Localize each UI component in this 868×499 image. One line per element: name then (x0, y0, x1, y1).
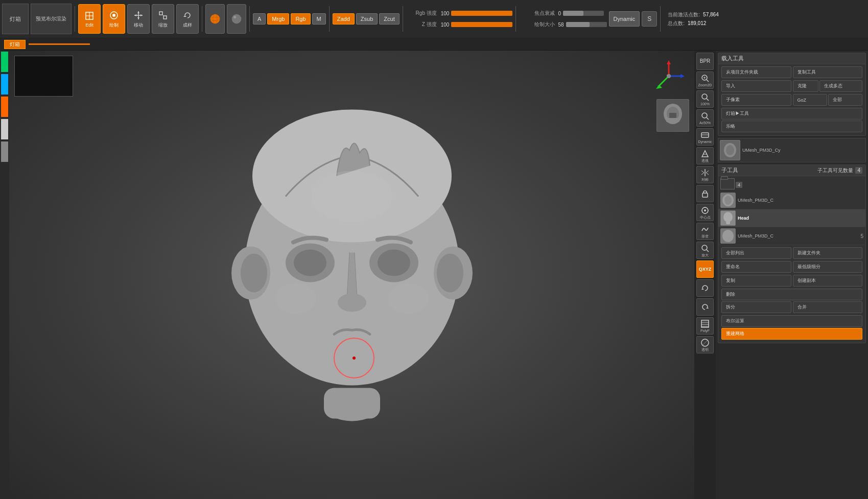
lightbox-tools-btn[interactable]: 灯箱▶工具 (721, 108, 862, 120)
scale-btn[interactable]: 缩放 (152, 4, 174, 34)
zoom100-btn[interactable]: 100% (696, 90, 714, 108)
sphere-btn[interactable] (205, 4, 225, 34)
lowest-subdiv-btn[interactable]: 最低级细分 (793, 261, 863, 273)
import-btn[interactable]: 导入 (721, 80, 791, 92)
xyz-btn[interactable]: QXYZ (696, 260, 714, 278)
subtool-item-1[interactable]: UMesh_PM3D_C (718, 192, 865, 209)
viewport[interactable] (9, 51, 694, 499)
focal-label: 焦点衰减 (519, 10, 555, 17)
z-intensity-track[interactable] (451, 22, 512, 27)
color-swatch-orange[interactable] (1, 97, 8, 117)
goz-btn[interactable]: GoZ (793, 94, 827, 106)
svg-marker-70 (706, 307, 709, 308)
ac50-btn[interactable]: Ac50% (696, 109, 714, 127)
new-folder-btn[interactable]: 新建文件夹 (793, 247, 863, 259)
svg-line-52 (707, 99, 709, 101)
svg-marker-57 (702, 151, 708, 157)
merge-btn[interactable]: 合并 (793, 301, 863, 313)
m-btn[interactable]: M (312, 13, 326, 25)
duplicate-btn[interactable]: 复制 (721, 275, 791, 287)
deformation-btn[interactable]: 形变 (696, 223, 714, 240)
transparency-btn[interactable]: 透明 (696, 336, 714, 353)
zoom-extra-icon (700, 244, 710, 253)
linefill-btn[interactable]: PolyF (696, 317, 714, 335)
color-swatch-gray[interactable] (1, 141, 8, 162)
lock-btn[interactable] (696, 185, 714, 202)
focal-value: 0 (558, 11, 561, 16)
zsub-btn[interactable]: Zsub (356, 13, 378, 25)
helmet-svg (660, 103, 686, 128)
subtool-head-svg (721, 211, 735, 225)
history-btn[interactable]: 乐略 (721, 121, 862, 132)
subtool-folder-row[interactable]: 4 (718, 176, 865, 192)
sep-7 (660, 6, 661, 32)
dynamic-tool-btn[interactable]: Dynamic (696, 128, 714, 146)
color-swatch-white[interactable] (1, 119, 8, 139)
from-project-btn[interactable]: 从项目文件夹载 (721, 66, 791, 78)
s-icon-btn[interactable]: S (642, 11, 657, 27)
zcut-btn[interactable]: Zcut (379, 13, 399, 25)
svg-point-82 (722, 230, 734, 242)
svg-rect-45 (666, 118, 679, 122)
mrgb-btn[interactable]: Mrgb (267, 13, 289, 25)
rgb-intensity-label: Rgb 强度 (406, 10, 437, 17)
split-btn[interactable]: 拆分 (721, 301, 791, 313)
ac50-icon (700, 111, 710, 121)
bpr-icon: BPR (700, 59, 711, 64)
perspective-btn[interactable]: 透视 (696, 147, 714, 164)
a-btn[interactable]: A (253, 13, 266, 25)
subtool-item-3[interactable]: UMesh_PM3D_C 5 (718, 227, 865, 245)
tools-section: 载入工具 从项目文件夹载 复制工具 导入 克隆 生成多态 (718, 53, 866, 136)
all-btn[interactable]: 全部 (828, 94, 862, 106)
bpr-btn[interactable]: BPR (696, 53, 714, 70)
clone-btn[interactable]: 克隆 (793, 80, 819, 92)
delete-btn[interactable]: 删除 (721, 289, 862, 300)
sec-tab-lightbox[interactable]: 灯箱 (4, 40, 26, 49)
intensity-sliders: Rgb 强度 100 Z 强度 100 (406, 9, 513, 29)
svg-point-42 (667, 74, 671, 78)
draw-btn[interactable]: 绘制 (103, 4, 125, 34)
zoom-extra-btn[interactable]: 放大 (696, 242, 714, 259)
umesh1-item[interactable]: UMesh_PM3D_Cy (718, 138, 866, 162)
rgb-btn[interactable]: Rgb (291, 13, 310, 25)
rgb-intensity-track[interactable] (451, 11, 512, 16)
mirror-btn[interactable]: 对称 (696, 166, 714, 183)
tools-actions: 从项目文件夹载 复制工具 (721, 66, 862, 79)
subtool-item-head[interactable]: Head (718, 209, 865, 227)
sub-palette-btn[interactable]: 子像素 (721, 94, 791, 106)
create-copy-btn[interactable]: 创建副本 (793, 275, 863, 287)
center-icon (700, 206, 710, 215)
generate-btn[interactable]: 生成多态 (819, 80, 862, 92)
preview-btn[interactable]: 预览布尔渲染 (31, 4, 72, 34)
tools-header[interactable]: 载入工具 (718, 53, 865, 64)
svg-rect-46 (669, 113, 676, 118)
focal-track[interactable] (563, 11, 604, 16)
zadd-btn[interactable]: Zadd (333, 13, 355, 25)
zoom2d-btn[interactable]: Zoom2D (696, 72, 714, 89)
sep-1 (75, 6, 75, 32)
center-btn[interactable]: 中心点 (696, 204, 714, 221)
material-btn[interactable] (227, 4, 246, 34)
export-all-btn[interactable]: 全部列出 (721, 247, 791, 259)
lightbox-btn[interactable]: 灯箱 (2, 4, 29, 34)
svg-point-17 (233, 16, 236, 18)
remesh-btn[interactable]: 重建网格 (721, 328, 862, 340)
rotate-tool-2[interactable] (696, 298, 714, 316)
edit-btn[interactable]: Edit (78, 4, 101, 34)
subtool-header[interactable]: 子工具 子工具可见数量 4 (718, 165, 865, 176)
dynamic-btn[interactable]: Dynamic (609, 11, 640, 27)
polyfill-label: PolyF (700, 329, 710, 332)
boolean-btn[interactable]: 布尔运算 (721, 315, 862, 327)
color-swatch-blue[interactable] (1, 74, 8, 94)
move-btn[interactable]: 移动 (127, 4, 150, 34)
color-swatch-green[interactable] (1, 52, 8, 72)
rename-btn[interactable]: 重命名 (721, 261, 791, 273)
rotate-btn[interactable]: 成样 (176, 4, 199, 34)
draw-size-track[interactable] (566, 22, 607, 27)
material-icon (231, 13, 242, 25)
copy-tool-btn[interactable]: 复制工具 (793, 66, 863, 78)
draw-icon (108, 10, 120, 21)
svg-rect-19 (38, 82, 49, 92)
rotate-tool-1[interactable] (696, 279, 714, 297)
subtool-count-area: 子工具可见数量 4 (817, 167, 862, 174)
